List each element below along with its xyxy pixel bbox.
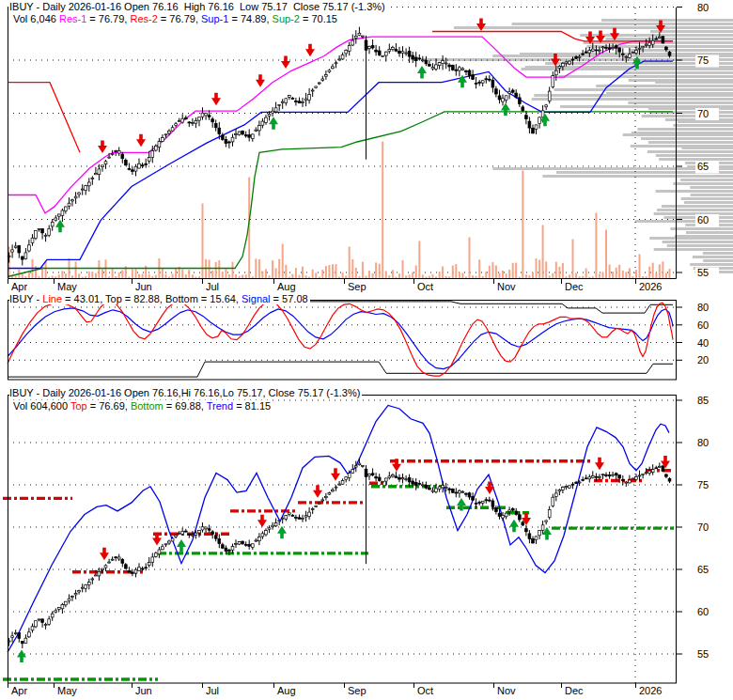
legend-part: Sup-2 xyxy=(273,13,300,24)
svg-text:May: May xyxy=(57,281,77,292)
legend-part: = 69.88, xyxy=(164,400,207,412)
top-panel: 807570656055AprMayJunJulAugSepOctNovDec2… xyxy=(8,2,733,292)
stock-chart-window: IBUY - Daily 2026-01-16 Open 76.16 High … xyxy=(0,0,733,700)
svg-text:Apr: Apr xyxy=(11,685,27,696)
svg-text:60: 60 xyxy=(697,214,709,226)
legend-part: = 76.69, xyxy=(87,400,131,412)
legend-part: = 43.01, Top = 82.88, Bottom = 15.64, xyxy=(62,293,242,304)
chart-canvas[interactable]: 807570656055AprMayJunJulAugSepOctNovDec2… xyxy=(0,0,733,700)
svg-text:55: 55 xyxy=(697,267,709,278)
svg-text:40: 40 xyxy=(697,337,709,349)
svg-text:80: 80 xyxy=(697,437,709,448)
svg-text:Dec: Dec xyxy=(565,281,584,292)
oscillator-panel: 80604020 xyxy=(8,301,709,381)
svg-text:75: 75 xyxy=(697,54,709,66)
legend-part: = 57.08 xyxy=(271,293,308,304)
legend-part: = 70.15 xyxy=(300,13,337,24)
legend-part: Bottom xyxy=(131,400,164,412)
svg-text:Aug: Aug xyxy=(277,281,296,292)
bottom-panel-title: IBUY - Daily 2026-01-16 Open 76.16,Hi 76… xyxy=(9,387,362,398)
legend-part: IBUY - xyxy=(9,293,42,304)
svg-text:Jun: Jun xyxy=(135,281,152,292)
svg-text:Dec: Dec xyxy=(565,685,584,696)
top-panel-legend: Vol 6,046 Res-1 = 76.79, Res-2 = 76.79, … xyxy=(13,13,339,24)
svg-text:60: 60 xyxy=(697,606,709,617)
svg-text:May: May xyxy=(57,685,77,696)
svg-text:Sep: Sep xyxy=(348,685,366,696)
svg-text:Oct: Oct xyxy=(417,281,433,292)
svg-text:65: 65 xyxy=(697,564,709,575)
legend-part: = 74.89, xyxy=(228,13,272,24)
svg-text:65: 65 xyxy=(697,161,709,172)
legend-part: Sup-1 xyxy=(201,13,228,24)
svg-text:80: 80 xyxy=(697,302,709,313)
legend-part: Res-1 xyxy=(59,13,86,24)
legend-part: Vol 604,600 xyxy=(13,400,70,412)
svg-text:2026: 2026 xyxy=(639,281,662,292)
svg-text:2026: 2026 xyxy=(639,685,662,696)
svg-text:Jul: Jul xyxy=(206,281,219,292)
bottom-panel-legend: Vol 604,600 Top = 76.69, Bottom = 69.88,… xyxy=(13,400,273,412)
legend-part: Signal xyxy=(242,293,271,304)
svg-text:75: 75 xyxy=(697,479,709,490)
legend-part: = 76.79, xyxy=(158,13,201,24)
svg-text:Jun: Jun xyxy=(135,685,152,696)
svg-text:Nov: Nov xyxy=(497,281,516,292)
svg-text:Apr: Apr xyxy=(11,281,27,292)
svg-text:Sep: Sep xyxy=(348,281,366,292)
svg-text:85: 85 xyxy=(697,395,709,406)
svg-text:80: 80 xyxy=(697,2,709,13)
svg-text:Oct: Oct xyxy=(417,685,433,696)
svg-text:55: 55 xyxy=(697,648,709,660)
legend-part: Trend xyxy=(207,400,233,412)
svg-text:60: 60 xyxy=(697,319,709,331)
legend-part: Vol 6,046 xyxy=(13,13,59,24)
svg-text:Jul: Jul xyxy=(206,685,219,696)
svg-text:70: 70 xyxy=(697,521,709,533)
top-panel-title: IBUY - Daily 2026-01-16 Open 76.16 High … xyxy=(9,1,387,12)
bottom-panel: 85807570656055AprMayJunJulAugSepOctNovDe… xyxy=(3,395,709,696)
legend-part: Line xyxy=(42,293,62,304)
svg-text:Aug: Aug xyxy=(277,685,296,696)
svg-text:20: 20 xyxy=(697,354,709,366)
legend-part: Top xyxy=(70,400,87,412)
legend-part: = 81.15 xyxy=(233,400,271,412)
svg-text:70: 70 xyxy=(697,108,709,119)
svg-text:Nov: Nov xyxy=(497,685,516,696)
legend-part: = 76.79, xyxy=(86,13,130,24)
oscillator-panel-legend: IBUY - Line = 43.01, Top = 82.88, Bottom… xyxy=(9,293,310,304)
legend-part: Res-2 xyxy=(130,13,157,24)
